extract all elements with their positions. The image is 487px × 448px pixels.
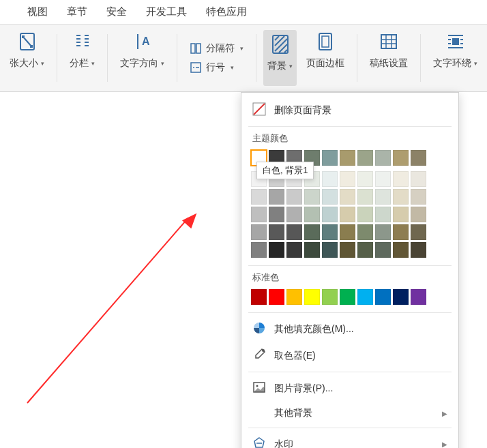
eyedropper-icon	[252, 348, 266, 363]
color-swatch[interactable]	[411, 150, 426, 166]
separator-icon	[190, 42, 202, 55]
color-swatch[interactable]	[411, 224, 426, 240]
color-swatch[interactable]	[393, 189, 409, 205]
color-swatch[interactable]	[286, 242, 302, 258]
label: 其他填充颜色(M)...	[274, 323, 354, 335]
color-swatch[interactable]	[269, 224, 284, 240]
color-swatch[interactable]	[286, 224, 302, 240]
color-swatch[interactable]	[357, 242, 373, 258]
color-swatch[interactable]	[269, 289, 284, 305]
remove-background-item[interactable]: 删除页面背景	[241, 97, 458, 123]
color-swatch[interactable]	[304, 207, 320, 222]
color-swatch[interactable]	[375, 289, 391, 305]
color-swatch[interactable]	[322, 189, 338, 205]
color-swatch[interactable]	[251, 207, 267, 222]
color-swatch[interactable]	[340, 242, 355, 258]
picture-background-item[interactable]: 图片背景(P)...	[241, 375, 458, 402]
color-swatch[interactable]	[304, 289, 320, 305]
background-button[interactable]: 背景▾	[263, 30, 297, 86]
menu-chapter[interactable]: 章节	[67, 5, 87, 18]
color-swatch[interactable]	[340, 207, 355, 222]
color-swatch[interactable]	[357, 171, 373, 187]
color-swatch[interactable]	[340, 224, 355, 240]
menu-security[interactable]: 安全	[106, 5, 127, 18]
color-swatch[interactable]	[304, 189, 320, 205]
color-swatch[interactable]	[251, 242, 267, 258]
color-swatch[interactable]	[357, 289, 373, 305]
color-swatch[interactable]	[304, 224, 320, 240]
page-size-button[interactable]: 张大小▾	[4, 30, 50, 86]
color-swatch[interactable]	[411, 171, 426, 187]
label: 删除页面背景	[274, 104, 331, 117]
color-swatch[interactable]	[340, 171, 355, 187]
color-swatch[interactable]	[411, 289, 426, 305]
other-background-item[interactable]: 其他背景 ▶	[241, 402, 458, 425]
label: 文字方向	[120, 57, 158, 70]
color-swatch[interactable]	[340, 150, 355, 166]
menu-view[interactable]: 视图	[27, 5, 48, 18]
color-swatch[interactable]	[322, 224, 338, 240]
color-swatch[interactable]	[269, 189, 284, 205]
svg-text:A: A	[142, 35, 150, 47]
page-border-button[interactable]: 页面边框	[301, 30, 350, 86]
writing-paper-button[interactable]: 稿纸设置	[364, 30, 413, 86]
color-swatch[interactable]	[393, 242, 409, 258]
color-swatch[interactable]	[393, 207, 409, 222]
color-swatch[interactable]	[357, 224, 373, 240]
color-swatch[interactable]	[393, 150, 409, 166]
label: 分隔符	[206, 42, 235, 55]
color-swatch[interactable]	[393, 224, 409, 240]
color-swatch[interactable]	[375, 224, 391, 240]
color-swatch[interactable]	[375, 171, 391, 187]
svg-rect-24	[381, 35, 396, 48]
color-swatch[interactable]	[375, 207, 391, 222]
color-swatch[interactable]	[322, 289, 338, 305]
color-swatch[interactable]	[322, 150, 338, 166]
color-swatch[interactable]	[375, 150, 391, 166]
color-swatch[interactable]	[304, 242, 320, 258]
separator-button[interactable]: 分隔符▾	[190, 42, 244, 55]
color-swatch[interactable]	[286, 289, 302, 305]
menu-devtools[interactable]: 开发工具	[146, 5, 187, 18]
menubar: 视图 章节 安全 开发工具 特色应用	[0, 0, 487, 24]
color-swatch[interactable]	[322, 242, 338, 258]
color-swatch[interactable]	[251, 289, 267, 305]
color-swatch[interactable]	[269, 242, 284, 258]
color-swatch[interactable]	[375, 242, 391, 258]
color-swatch[interactable]	[357, 150, 373, 166]
color-swatch[interactable]	[251, 224, 267, 240]
color-swatch[interactable]	[340, 189, 355, 205]
color-swatch[interactable]	[411, 189, 426, 205]
color-swatch[interactable]	[269, 207, 284, 222]
label: 文字环绕	[433, 57, 471, 70]
watermark-item[interactable]: 水印 ▶	[241, 431, 458, 448]
menu-featured[interactable]: 特色应用	[206, 5, 247, 18]
color-swatch[interactable]	[357, 207, 373, 222]
text-direction-button[interactable]: A 文字方向▾	[115, 30, 170, 86]
color-swatch[interactable]	[411, 242, 426, 258]
color-swatch[interactable]	[286, 189, 302, 205]
more-fill-colors-item[interactable]: 其他填充颜色(M)...	[241, 316, 458, 342]
color-swatch[interactable]	[322, 207, 338, 222]
color-swatch[interactable]	[375, 189, 391, 205]
color-swatch[interactable]	[322, 171, 338, 187]
line-number-button[interactable]: 行号▾	[190, 61, 234, 74]
page-size-icon	[16, 30, 39, 53]
theme-colors-label: 主题颜色	[241, 130, 458, 146]
color-swatch[interactable]	[393, 171, 409, 187]
divider	[248, 372, 452, 372]
divider	[248, 312, 452, 313]
columns-button[interactable]: 分栏▾	[64, 30, 100, 86]
text-wrap-button[interactable]: 文字环绕▾	[428, 30, 483, 86]
color-swatch[interactable]	[286, 207, 302, 222]
color-swatch[interactable]	[393, 289, 409, 305]
color-swatch[interactable]	[411, 207, 426, 222]
color-swatch[interactable]	[340, 289, 355, 305]
svg-rect-12	[196, 44, 201, 53]
separator	[256, 34, 256, 82]
svg-point-38	[262, 349, 265, 352]
color-swatch[interactable]	[357, 189, 373, 205]
chevron-down-icon: ▾	[41, 60, 44, 67]
color-swatch[interactable]	[251, 189, 267, 205]
eyedropper-item[interactable]: 取色器(E)	[241, 342, 458, 369]
